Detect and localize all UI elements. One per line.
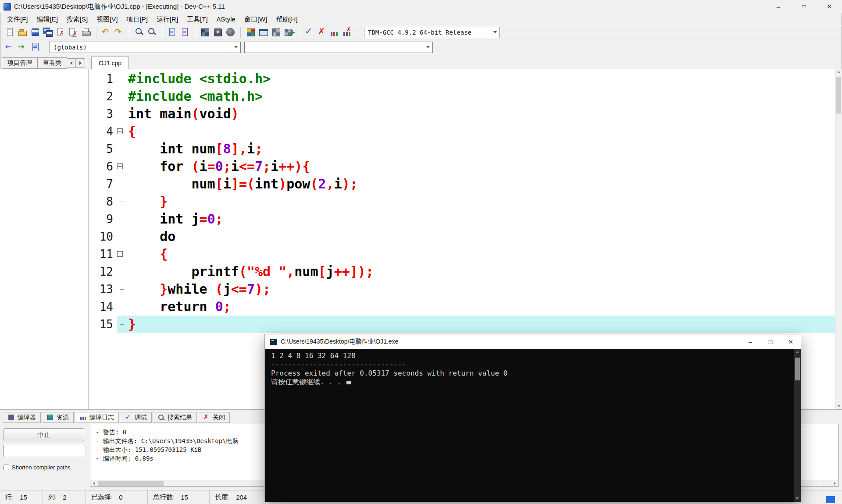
line-number[interactable]: 6 xyxy=(89,158,117,175)
project-grid-icon[interactable] xyxy=(271,27,282,38)
redo-icon[interactable] xyxy=(114,27,125,38)
editor-vertical-scrollbar[interactable] xyxy=(835,69,842,409)
fold-box-icon[interactable] xyxy=(117,163,123,169)
swap-header-source-icon[interactable] xyxy=(30,42,41,53)
line-number[interactable]: 2 xyxy=(89,88,117,105)
line-number[interactable]: 7 xyxy=(89,175,117,193)
console-output[interactable]: 1 2 4 8 16 32 64 128--------------------… xyxy=(265,349,794,502)
code-line[interactable]: 5 int num[8],i; xyxy=(89,140,835,158)
goto-line-icon[interactable] xyxy=(179,27,190,38)
undo-icon[interactable] xyxy=(101,27,112,38)
tab-compiler[interactable]: 编译器 xyxy=(3,412,41,423)
fold-box-icon[interactable] xyxy=(117,128,123,134)
find-in-files-icon[interactable] xyxy=(167,27,178,38)
line-number[interactable]: 1 xyxy=(89,70,117,88)
find-icon[interactable] xyxy=(134,27,145,38)
profile-icon[interactable] xyxy=(329,27,340,38)
goto-definition-icon[interactable] xyxy=(17,42,28,53)
tab-debug[interactable]: 调试 xyxy=(120,412,152,423)
close-all-icon[interactable] xyxy=(68,27,79,38)
code-line[interactable]: 11 { xyxy=(89,245,835,263)
abort-icon[interactable] xyxy=(316,27,327,38)
scroll-down-arrow[interactable] xyxy=(837,405,841,407)
console-scroll-up-arrow[interactable] xyxy=(796,351,799,353)
console-scrollbar-thumb[interactable] xyxy=(795,358,800,380)
code-line[interactable]: 14 return 0; xyxy=(89,298,835,316)
code-text[interactable]: for (i=0;i<=7;i++){ xyxy=(125,158,835,175)
tab-search-results[interactable]: 搜索结果 xyxy=(153,412,197,423)
line-number[interactable]: 9 xyxy=(89,210,117,228)
app-icon[interactable] xyxy=(4,3,11,11)
tab-resources[interactable]: 资源 xyxy=(42,412,74,423)
chevron-down-icon[interactable] xyxy=(423,42,432,53)
code-text[interactable]: } xyxy=(125,316,835,333)
line-number[interactable]: 14 xyxy=(89,298,117,316)
code-line[interactable]: 15} xyxy=(89,316,835,333)
code-line[interactable]: 9 int j=0; xyxy=(89,210,835,228)
code-line[interactable]: 7 num[i]=(int)pow(2,i); xyxy=(89,175,835,193)
scrollbar-thumb[interactable] xyxy=(836,77,841,114)
code-text[interactable]: int main(void) xyxy=(125,105,835,123)
fold-marker[interactable] xyxy=(117,158,125,175)
code-text[interactable]: int num[8],i; xyxy=(125,140,835,158)
shorten-paths-checkbox[interactable] xyxy=(4,465,9,470)
code-line[interactable]: 4{ xyxy=(89,123,835,140)
members-select[interactable] xyxy=(244,42,433,53)
code-text[interactable]: #include <math.h> xyxy=(125,88,835,105)
console-close-button[interactable]: ✕ xyxy=(781,334,801,349)
scroll-up-arrow[interactable] xyxy=(837,71,841,73)
save-icon[interactable] xyxy=(30,27,41,38)
menu-item-6[interactable]: 运行[R] xyxy=(152,14,182,25)
line-number[interactable]: 12 xyxy=(89,263,117,280)
menu-item-2[interactable]: 编辑[E] xyxy=(32,14,62,25)
sidebar-tab-1[interactable]: 项目管理 xyxy=(2,57,38,69)
file-tab[interactable]: OJ1.cpp xyxy=(91,57,129,69)
code-line[interactable]: 8 } xyxy=(89,193,835,210)
print-icon[interactable] xyxy=(81,27,92,38)
code-text[interactable]: return 0; xyxy=(125,298,835,316)
fold-marker[interactable] xyxy=(117,123,125,140)
project-manager-panel[interactable] xyxy=(0,69,89,409)
line-number[interactable]: 11 xyxy=(89,245,117,263)
code-text[interactable]: }while (j<=7); xyxy=(125,280,835,298)
debug-icon[interactable] xyxy=(303,27,314,38)
scrollbar-thumb[interactable] xyxy=(98,481,164,486)
line-number[interactable]: 13 xyxy=(89,280,117,298)
run-icon[interactable] xyxy=(212,27,223,38)
menu-item-8[interactable]: AStyle xyxy=(212,14,240,25)
menu-item-4[interactable]: 视图[V] xyxy=(92,14,122,25)
sidebar-tab-2[interactable]: 查看类 xyxy=(37,57,67,69)
menu-item-7[interactable]: 工具[T] xyxy=(182,14,212,25)
fold-marker[interactable] xyxy=(117,245,125,263)
close-file-icon[interactable] xyxy=(55,27,66,38)
menu-item-5[interactable]: 项目[P] xyxy=(122,14,152,25)
console-minimize-button[interactable]: – xyxy=(740,334,760,349)
code-text[interactable]: { xyxy=(125,123,835,140)
globals-select[interactable]: (globals) xyxy=(50,42,241,53)
console-scroll-down-arrow[interactable] xyxy=(796,497,799,500)
compile-run-icon[interactable] xyxy=(225,27,236,38)
abort-button[interactable]: 中止 xyxy=(4,428,84,441)
fold-box-icon[interactable] xyxy=(117,251,123,257)
console-scrollbar[interactable] xyxy=(794,349,801,502)
menu-item-9[interactable]: 窗口[W] xyxy=(240,14,272,25)
compiler-select[interactable]: TDM-GCC 4.9.2 64-bit Release xyxy=(364,27,500,38)
resize-grip[interactable] xyxy=(826,496,835,503)
tab-scroll-right-button[interactable] xyxy=(76,58,85,68)
menu-item-10[interactable]: 帮助[H] xyxy=(271,14,302,25)
line-number[interactable]: 10 xyxy=(89,228,117,245)
menu-item-1[interactable]: 文件[F] xyxy=(3,14,32,25)
line-number[interactable]: 3 xyxy=(89,105,117,123)
code-text[interactable]: #include <stdio.h> xyxy=(125,70,835,88)
code-line[interactable]: 13 }while (j<=7); xyxy=(89,280,835,298)
code-text[interactable]: { xyxy=(125,245,835,263)
line-number[interactable]: 8 xyxy=(89,193,117,210)
scroll-right-arrow[interactable] xyxy=(831,480,838,487)
chevron-down-icon[interactable] xyxy=(231,42,240,53)
code-text[interactable]: } xyxy=(125,193,835,210)
chevron-down-icon[interactable] xyxy=(490,27,499,38)
code-line[interactable]: 10 do xyxy=(89,228,835,245)
new-file-icon[interactable] xyxy=(4,27,15,38)
console-title-bar[interactable]: C:\Users\19435\Desktop\电脑作业\OJ1.exe – □ … xyxy=(265,334,801,349)
code-line[interactable]: 1#include <stdio.h> xyxy=(89,70,835,88)
